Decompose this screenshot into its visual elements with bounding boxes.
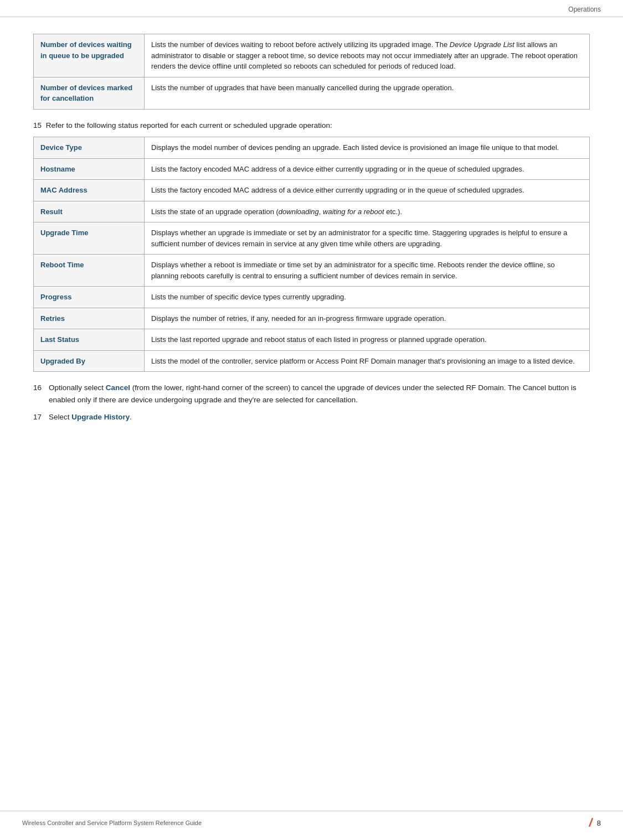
table-row: Device Type Displays the model number of… — [34, 137, 590, 159]
label-last-status: Last Status — [34, 329, 145, 351]
label-hostname: Hostname — [34, 158, 145, 180]
desc-upgrade-time: Displays whether an upgrade is immediate… — [145, 222, 590, 255]
page-footer: Wireless Controller and Service Platform… — [0, 811, 623, 830]
desc-result: Lists the state of an upgrade operation … — [145, 201, 590, 222]
desc-reboot-time: Displays whether a reboot is immediate o… — [145, 255, 590, 287]
table-row: Upgrade Time Displays whether an upgrade… — [34, 222, 590, 255]
label-mac-address: MAC Address — [34, 180, 145, 201]
label-retries: Retries — [34, 308, 145, 329]
label-cell-2: Number of devices marked for cancellatio… — [34, 77, 145, 109]
cancel-link[interactable]: Cancel — [106, 383, 130, 392]
section-16-content: Optionally select Cancel (from the lower… — [49, 382, 590, 406]
section-15-para: 15 Refer to the following status reporte… — [33, 120, 590, 132]
section-17-content: Select Upgrade History. — [49, 411, 590, 423]
table-row: Number of devices waiting in queue to be… — [34, 34, 590, 77]
label-cell-1: Number of devices waiting in queue to be… — [34, 34, 145, 77]
upper-info-table: Number of devices waiting in queue to be… — [33, 34, 590, 110]
label-device-type: Device Type — [34, 137, 145, 159]
label-upgraded-by: Upgraded By — [34, 350, 145, 372]
desc-cell-2: Lists the number of upgrades that have b… — [145, 77, 590, 109]
desc-upgraded-by: Lists the model of the controller, servi… — [145, 350, 590, 372]
header-title: Operations — [568, 6, 601, 13]
italic-text: Device Upgrade List — [450, 40, 514, 49]
table-row: Reboot Time Displays whether a reboot is… — [34, 255, 590, 287]
label-result: Result — [34, 201, 145, 222]
status-table: Device Type Displays the model number of… — [33, 137, 590, 372]
footer-left-text: Wireless Controller and Service Platform… — [22, 820, 202, 826]
page-header: Operations — [0, 0, 623, 17]
desc-progress: Lists the number of specific device type… — [145, 287, 590, 308]
table-row: Number of devices marked for cancellatio… — [34, 77, 590, 109]
table-row: Retries Displays the number of retries, … — [34, 308, 590, 329]
label-progress: Progress — [34, 287, 145, 308]
table-row: Upgraded By Lists the model of the contr… — [34, 350, 590, 372]
italic-waiting: waiting for a reboot — [323, 208, 384, 216]
desc-device-type: Displays the model number of devices pen… — [145, 137, 590, 159]
label-upgrade-time: Upgrade Time — [34, 222, 145, 255]
section-16-para: 16 Optionally select Cancel (from the lo… — [33, 382, 590, 406]
table-row: Hostname Lists the factory encoded MAC a… — [34, 158, 590, 180]
italic-downloading: downloading — [279, 208, 319, 216]
table-row: MAC Address Lists the factory encoded MA… — [34, 180, 590, 201]
upgrade-history-link[interactable]: Upgrade History — [71, 413, 130, 421]
desc-hostname: Lists the factory encoded MAC address of… — [145, 158, 590, 180]
desc-last-status: Lists the last reported upgrade and rebo… — [145, 329, 590, 351]
section-17-para: 17 Select Upgrade History. — [33, 411, 590, 423]
table-row: Progress Lists the number of specific de… — [34, 287, 590, 308]
label-reboot-time: Reboot Time — [34, 255, 145, 287]
desc-retries: Displays the number of retries, if any, … — [145, 308, 590, 329]
section-17-number: 17 — [33, 411, 49, 423]
desc-mac-address: Lists the factory encoded MAC address of… — [145, 180, 590, 201]
footer-page-number: 8 — [597, 819, 601, 827]
table-row: Result Lists the state of an upgrade ope… — [34, 201, 590, 222]
footer-slash-icon: / — [588, 816, 594, 831]
footer-right: / 8 — [589, 816, 601, 830]
page-content: Number of devices waiting in queue to be… — [0, 17, 623, 462]
desc-cell-1: Lists the number of devices waiting to r… — [145, 34, 590, 77]
section-16-number: 16 — [33, 382, 49, 406]
table-row: Last Status Lists the last reported upgr… — [34, 329, 590, 351]
